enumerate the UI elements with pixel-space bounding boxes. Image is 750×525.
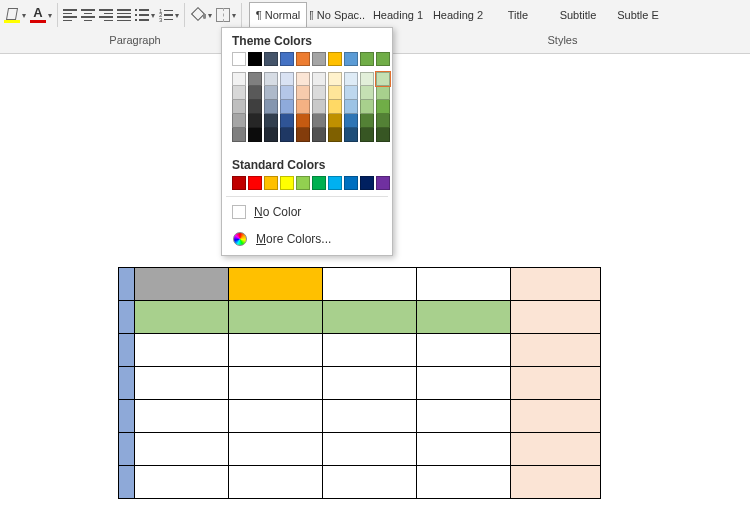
align-justify-button[interactable] bbox=[115, 2, 133, 28]
color-swatch[interactable] bbox=[248, 114, 262, 128]
color-swatch[interactable] bbox=[264, 52, 278, 66]
table-cell[interactable] bbox=[229, 433, 323, 466]
color-swatch[interactable] bbox=[312, 100, 326, 114]
table-cell[interactable] bbox=[135, 268, 229, 301]
table-cell[interactable] bbox=[417, 334, 511, 367]
color-swatch[interactable] bbox=[264, 114, 278, 128]
style-title[interactable]: Title bbox=[489, 2, 547, 28]
color-swatch[interactable] bbox=[296, 128, 310, 142]
color-swatch[interactable] bbox=[360, 114, 374, 128]
table-cell[interactable] bbox=[135, 334, 229, 367]
table-cell[interactable] bbox=[417, 400, 511, 433]
table-cell[interactable] bbox=[511, 466, 601, 499]
table-cell[interactable] bbox=[119, 268, 135, 301]
color-swatch[interactable] bbox=[328, 86, 342, 100]
color-swatch[interactable] bbox=[248, 100, 262, 114]
color-swatch[interactable] bbox=[280, 52, 294, 66]
color-swatch[interactable] bbox=[360, 100, 374, 114]
no-color-item[interactable]: No Color bbox=[222, 199, 392, 225]
table-cell[interactable] bbox=[323, 334, 417, 367]
table-cell[interactable] bbox=[119, 433, 135, 466]
color-swatch[interactable] bbox=[328, 100, 342, 114]
color-swatch[interactable] bbox=[328, 128, 342, 142]
bullets-button[interactable]: ▾ bbox=[133, 2, 157, 28]
borders-button[interactable]: ▾ bbox=[214, 2, 238, 28]
color-swatch[interactable] bbox=[264, 100, 278, 114]
table-cell[interactable] bbox=[135, 367, 229, 400]
color-swatch[interactable] bbox=[312, 72, 326, 86]
color-swatch[interactable] bbox=[344, 52, 358, 66]
table-cell[interactable] bbox=[417, 301, 511, 334]
align-left-button[interactable] bbox=[61, 2, 79, 28]
color-swatch[interactable] bbox=[296, 52, 310, 66]
color-swatch[interactable] bbox=[232, 52, 246, 66]
color-swatch[interactable] bbox=[344, 114, 358, 128]
color-swatch[interactable] bbox=[264, 128, 278, 142]
color-swatch[interactable] bbox=[232, 100, 246, 114]
shading-button[interactable]: ▾ bbox=[188, 2, 214, 28]
table-cell[interactable] bbox=[323, 301, 417, 334]
color-swatch[interactable] bbox=[280, 128, 294, 142]
color-swatch[interactable] bbox=[248, 128, 262, 142]
align-center-button[interactable] bbox=[79, 2, 97, 28]
table-cell[interactable] bbox=[511, 367, 601, 400]
table-cell[interactable] bbox=[323, 400, 417, 433]
color-swatch[interactable] bbox=[280, 114, 294, 128]
color-swatch[interactable] bbox=[360, 128, 374, 142]
color-swatch[interactable] bbox=[312, 52, 326, 66]
table-cell[interactable] bbox=[417, 466, 511, 499]
color-swatch[interactable] bbox=[264, 176, 278, 190]
font-color-button[interactable]: A▾ bbox=[28, 2, 54, 28]
color-swatch[interactable] bbox=[360, 52, 374, 66]
color-swatch[interactable] bbox=[296, 176, 310, 190]
color-swatch[interactable] bbox=[312, 176, 326, 190]
color-swatch[interactable] bbox=[376, 176, 390, 190]
style-heading2[interactable]: Heading 2 bbox=[429, 2, 487, 28]
color-swatch[interactable] bbox=[344, 176, 358, 190]
document-table[interactable] bbox=[118, 267, 601, 499]
color-swatch[interactable] bbox=[280, 72, 294, 86]
table-cell[interactable] bbox=[229, 466, 323, 499]
table-cell[interactable] bbox=[135, 466, 229, 499]
color-swatch[interactable] bbox=[376, 114, 390, 128]
color-swatch[interactable] bbox=[232, 176, 246, 190]
table-cell[interactable] bbox=[119, 400, 135, 433]
table-cell[interactable] bbox=[511, 433, 601, 466]
table-cell[interactable] bbox=[323, 367, 417, 400]
numbering-button[interactable]: 123▾ bbox=[157, 2, 181, 28]
style-subtle-emphasis[interactable]: Subtle E bbox=[609, 2, 667, 28]
table-cell[interactable] bbox=[119, 466, 135, 499]
color-swatch[interactable] bbox=[296, 86, 310, 100]
color-swatch[interactable] bbox=[328, 114, 342, 128]
table-cell[interactable] bbox=[229, 400, 323, 433]
table-cell[interactable] bbox=[119, 301, 135, 334]
color-swatch[interactable] bbox=[376, 128, 390, 142]
color-swatch[interactable] bbox=[232, 114, 246, 128]
color-swatch[interactable] bbox=[248, 86, 262, 100]
color-swatch[interactable] bbox=[264, 72, 278, 86]
style-heading1[interactable]: Heading 1 bbox=[369, 2, 427, 28]
table-cell[interactable] bbox=[119, 367, 135, 400]
color-swatch[interactable] bbox=[328, 52, 342, 66]
color-swatch[interactable] bbox=[280, 100, 294, 114]
style-subtitle[interactable]: Subtitle bbox=[549, 2, 607, 28]
color-swatch[interactable] bbox=[296, 114, 310, 128]
more-colors-item[interactable]: More Colors... bbox=[222, 225, 392, 253]
color-swatch[interactable] bbox=[248, 72, 262, 86]
table-cell[interactable] bbox=[417, 367, 511, 400]
color-swatch[interactable] bbox=[376, 72, 390, 86]
color-swatch[interactable] bbox=[344, 72, 358, 86]
color-swatch[interactable] bbox=[280, 86, 294, 100]
table-cell[interactable] bbox=[511, 268, 601, 301]
style-no-spacing[interactable]: ¶ No Spac... bbox=[309, 2, 367, 28]
table-cell[interactable] bbox=[511, 334, 601, 367]
style-normal[interactable]: ¶ Normal bbox=[249, 2, 307, 28]
table-cell[interactable] bbox=[135, 400, 229, 433]
color-swatch[interactable] bbox=[248, 52, 262, 66]
table-cell[interactable] bbox=[323, 268, 417, 301]
table-cell[interactable] bbox=[417, 268, 511, 301]
color-swatch[interactable] bbox=[376, 52, 390, 66]
color-swatch[interactable] bbox=[360, 176, 374, 190]
color-swatch[interactable] bbox=[232, 72, 246, 86]
table-cell[interactable] bbox=[417, 433, 511, 466]
